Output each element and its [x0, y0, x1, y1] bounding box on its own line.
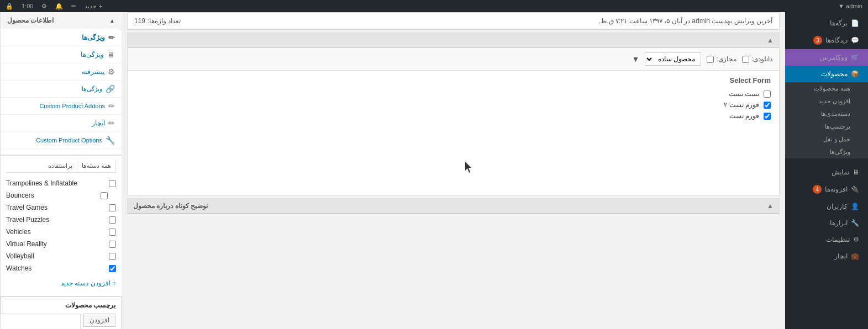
add-tag-button[interactable]: افزودن [83, 314, 115, 327]
cat-item-travel-games: Travel Games [6, 201, 116, 214]
comments-badge: 3 [813, 36, 822, 45]
meta-nav-custom-options[interactable]: 🔧 Custom Product Options [1, 132, 122, 149]
admin-bar-right: + جدید ✏ 🔔 ⚙ 1:00 🔒 [6, 3, 102, 10]
users-icon: 👤 [851, 203, 859, 210]
products-icon: 📦 [851, 70, 859, 78]
woo-icon: 🛒 [851, 54, 859, 61]
display-icon: 🖥 [853, 168, 859, 176]
sidebar-item-woocommerce[interactable]: 🛒 ووکامرس [785, 49, 868, 66]
meta-nav-ichar[interactable]: ✏ ایچار [1, 115, 122, 132]
sidebar-subitem-all[interactable]: همه محصولات [785, 82, 857, 95]
sidebar-item-ichar[interactable]: 💼 ایچار [785, 248, 868, 264]
product-tags-section: برچسب محصولات افزودن برچسب ها را با کاما… [1, 296, 122, 329]
admin-bar-left: admin ▼ [838, 3, 862, 9]
categories-list: Trampolines & Inflatable Bouncers Travel… [6, 177, 116, 274]
settings-sidebar-icon: ⚙ [853, 236, 859, 243]
meta-nav-custom-addons[interactable]: ✏ Custom Product Addons [1, 98, 122, 115]
plugins-badge: 4 [813, 185, 822, 194]
cat-checkbox-watches[interactable] [109, 265, 116, 272]
cat-checkbox-bouncers[interactable] [101, 192, 108, 199]
product-type-select[interactable]: محصول ساده [645, 52, 701, 66]
sidebar-item-products[interactable]: 📦 محصولات [785, 66, 868, 82]
sidebar-item-plugins[interactable]: 🔌 افزونه‌ها 4 [785, 181, 868, 198]
add-new-link[interactable]: + جدید [85, 3, 102, 10]
tag-input[interactable] [0, 314, 81, 329]
categories-panel: همه دسته‌ها پراستفاده Trampolines & Infl… [1, 156, 122, 291]
svg-marker-0 [465, 162, 471, 173]
display-meta-icon: 🖥 [107, 50, 115, 59]
cat-checkbox-virtual-reality[interactable] [109, 241, 116, 248]
sidebar-item-comments[interactable]: 💬 دیدگاه‌ها 3 [785, 31, 868, 49]
meta-nav-general[interactable]: ✏ ویژگی‌ها [1, 29, 122, 46]
meta-section-header: ▲ اطلاعات محصول [1, 12, 122, 29]
sidebar-item-display[interactable]: 🖥 نمایش [785, 164, 868, 181]
sidebar-subitem-tags[interactable]: برچسب‌ها [785, 120, 857, 133]
sidebar-item-pages[interactable]: 📄 برگه‌ها [785, 15, 868, 31]
sidebar-item-tools[interactable]: 🔧 ابزارها [785, 215, 868, 231]
form-option-label-2: فورم تست ۲ [724, 101, 759, 109]
sidebar-item-settings[interactable]: ⚙ تنظیمات [785, 231, 868, 248]
comments-icon: 💬 [851, 36, 859, 44]
form-option-checkbox-1[interactable] [764, 91, 771, 98]
time-display: 1:00 [22, 3, 33, 9]
advanced-meta-icon: ⚙ [108, 67, 115, 76]
admin-bar: admin ▼ + جدید ✏ 🔔 ⚙ 1:00 🔒 [0, 0, 868, 12]
sidebar-item-users[interactable]: 👤 کاربران [785, 198, 868, 215]
tags-input-row: افزودن [7, 314, 115, 329]
notify-icon[interactable]: 🔔 [55, 3, 63, 10]
product-data-header: ▲ [128, 33, 779, 48]
cat-item-bouncers: Bouncers [6, 189, 116, 201]
cat-item-virtual-reality: Virtual Reality [6, 238, 116, 250]
cat-checkbox-travel-games[interactable] [109, 204, 116, 211]
form-option-checkbox-2[interactable] [764, 102, 771, 109]
cat-checkbox-volleyball[interactable] [109, 253, 116, 260]
meta-nav-advanced[interactable]: ⚙ پیشرفته [1, 63, 122, 81]
form-option-3: فورم تست [136, 112, 771, 120]
main-layout: 📄 برگه‌ها 💬 دیدگاه‌ها 3 🛒 ووکامرس 📦 محصو… [0, 12, 868, 329]
sidebar-subitem-attributes[interactable]: ویژگی‌ها [785, 146, 857, 158]
pages-icon: 📄 [851, 19, 859, 27]
ichar-icon: 💼 [851, 252, 859, 260]
cat-checkbox-trampolines[interactable] [109, 180, 116, 187]
download-checkbox-label: دانلودی: [742, 55, 772, 63]
virtual-checkbox[interactable] [707, 56, 714, 63]
tab-all-categories[interactable]: همه دسته‌ها [77, 160, 116, 172]
meta-nav-features[interactable]: 🖥 ویژگی‌ها [1, 46, 122, 63]
sidebar-subitem-categories[interactable]: دسته‌بندی‌ها [785, 108, 857, 120]
description-collapse-arrow[interactable]: ▲ [767, 202, 774, 210]
form-option-1: تست تست [136, 90, 771, 98]
cat-item-volleyball: Volleyball [6, 250, 116, 262]
download-checkbox[interactable] [742, 56, 749, 63]
related-meta-icon: 🔗 [106, 84, 115, 93]
select-form-title: Select Form [136, 76, 771, 84]
settings-icon[interactable]: ⚙ [41, 3, 47, 10]
meta-nav-related[interactable]: 🔗 ویژگی‌ها [1, 81, 122, 98]
panel-collapse-arrow[interactable]: ▲ [767, 36, 774, 44]
sidebar-subitem-shipping[interactable]: حمل و نقل [785, 133, 857, 146]
description-panel: ▲ توضیح کوتاه درباره محصول [127, 198, 780, 214]
tools-icon: 🔧 [851, 219, 859, 227]
add-category-link[interactable]: + افزودن دسته جدید [61, 279, 116, 287]
form-option-checkbox-3[interactable] [764, 113, 771, 120]
product-data-panel: ▲ دانلودی: مجازی: محصول ساده ▼ [127, 33, 780, 195]
cat-checkbox-vehicles[interactable] [109, 229, 116, 236]
product-meta-sidebar: ▲ اطلاعات محصول ✏ ویژگی‌ها 🖥 ویژگی‌ها ⚙ … [0, 12, 122, 329]
edit-meta-icon: ✏ [108, 33, 115, 42]
cat-item-travel-puzzles: Travel Puzzles [6, 214, 116, 226]
tab-popular-categories[interactable]: پراستفاده [44, 160, 77, 172]
product-type-arrow[interactable]: ▼ [632, 55, 639, 63]
meta-section-toggle[interactable]: ▲ [109, 18, 115, 24]
select-form-area: Select Form تست تست فورم تست ۲ فورم تست [128, 71, 779, 129]
cat-item-watches: Watches [6, 262, 116, 274]
edit-icon[interactable]: ✏ [71, 3, 76, 10]
sidebar-subitem-addnew[interactable]: افزودن جدید [785, 95, 857, 108]
cat-checkbox-travel-puzzles[interactable] [109, 216, 116, 224]
ichar-meta-icon: ✏ [108, 119, 115, 128]
admin-user[interactable]: admin ▼ [838, 3, 862, 9]
form-option-label-3: فورم تست [729, 112, 759, 120]
lock-icon: 🔒 [6, 3, 13, 10]
form-option-label-1: تست تست [729, 90, 759, 98]
wp-admin-sidebar: 📄 برگه‌ها 💬 دیدگاه‌ها 3 🛒 ووکامرس 📦 محصو… [785, 12, 868, 329]
mouse-cursor-icon [465, 162, 473, 173]
addons-meta-icon: ✏ [108, 102, 115, 110]
